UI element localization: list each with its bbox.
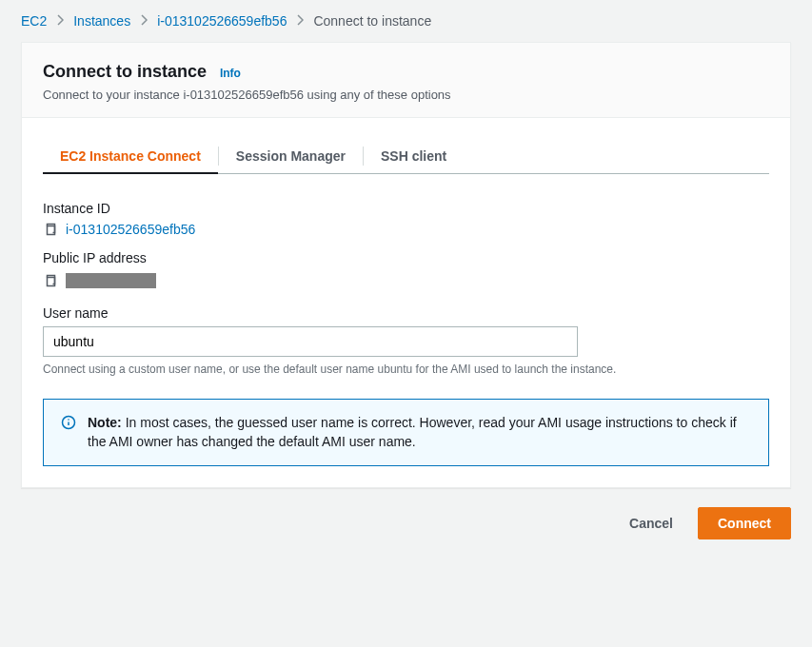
field-instance-id: Instance ID i-013102526659efb56 xyxy=(43,201,769,237)
footer-actions: Cancel Connect xyxy=(0,488,812,539)
public-ip-redacted xyxy=(66,273,156,288)
note-text: Note: In most cases, the guessed user na… xyxy=(88,413,751,452)
tab-session-manager[interactable]: Session Manager xyxy=(219,139,363,173)
username-input[interactable] xyxy=(43,326,578,357)
tab-ec2-instance-connect[interactable]: EC2 Instance Connect xyxy=(43,139,218,173)
connect-card: Connect to instance Info Connect to your… xyxy=(21,42,791,488)
public-ip-label: Public IP address xyxy=(43,250,769,265)
card-body: EC2 Instance Connect Session Manager SSH… xyxy=(22,118,790,487)
svg-point-4 xyxy=(68,419,69,421)
field-username: User name Connect using a custom user na… xyxy=(43,305,769,376)
breadcrumb-current: Connect to instance xyxy=(313,13,431,29)
breadcrumb-instances[interactable]: Instances xyxy=(73,13,130,29)
card-header: Connect to instance Info Connect to your… xyxy=(22,43,790,118)
breadcrumb-ec2[interactable]: EC2 xyxy=(21,13,47,29)
note-body: In most cases, the guessed user name is … xyxy=(88,415,737,449)
chevron-right-icon xyxy=(56,13,64,29)
username-help-text: Connect using a custom user name, or use… xyxy=(43,363,769,376)
info-icon xyxy=(61,415,76,430)
tabs: EC2 Instance Connect Session Manager SSH… xyxy=(43,139,769,174)
copy-icon[interactable] xyxy=(43,222,58,237)
info-link[interactable]: Info xyxy=(220,67,241,80)
page-title: Connect to instance xyxy=(43,62,207,81)
note-box: Note: In most cases, the guessed user na… xyxy=(43,399,769,466)
field-public-ip: Public IP address xyxy=(43,250,769,288)
breadcrumb: EC2 Instances i-013102526659efb56 Connec… xyxy=(0,0,812,42)
instance-id-label: Instance ID xyxy=(43,201,769,216)
chevron-right-icon xyxy=(296,13,304,29)
username-label: User name xyxy=(43,305,769,321)
instance-id-value[interactable]: i-013102526659efb56 xyxy=(66,222,195,237)
page-subtitle: Connect to your instance i-013102526659e… xyxy=(43,88,769,102)
cancel-button[interactable]: Cancel xyxy=(620,508,683,539)
breadcrumb-instance-id[interactable]: i-013102526659efb56 xyxy=(157,13,287,29)
connect-button[interactable]: Connect xyxy=(698,507,791,539)
copy-icon[interactable] xyxy=(43,273,58,288)
note-bold: Note: xyxy=(88,415,122,430)
tab-ssh-client[interactable]: SSH client xyxy=(364,139,464,173)
chevron-right-icon xyxy=(140,13,148,29)
